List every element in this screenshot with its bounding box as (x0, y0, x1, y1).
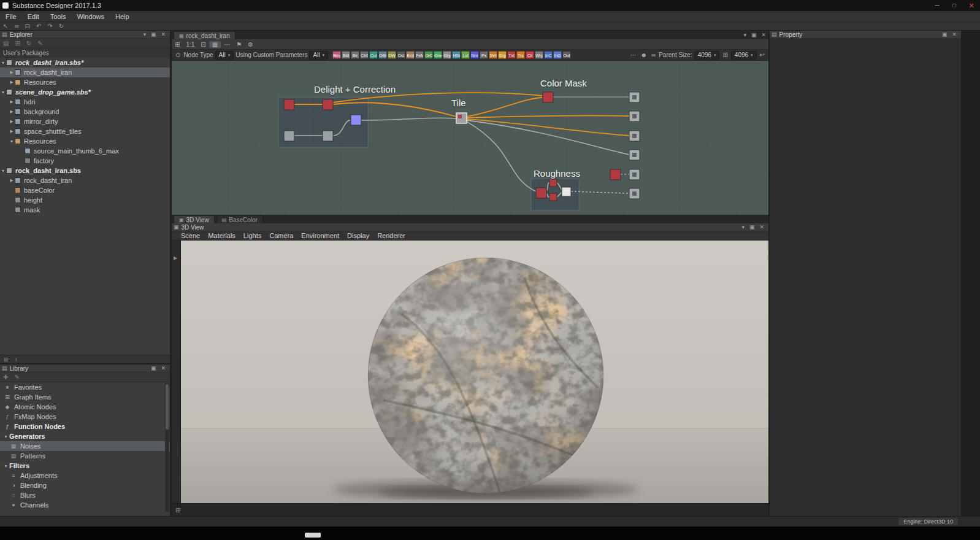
filter-tag-hsl[interactable]: HSL (452, 51, 461, 59)
link-icon[interactable]: ∞ (11, 23, 21, 29)
grid-icon[interactable]: ⊞ (0, 357, 12, 363)
expand-arrow[interactable]: ▼ (0, 61, 6, 65)
menu-file[interactable]: File (0, 13, 22, 20)
close-icon[interactable]: ✕ (757, 224, 767, 230)
filter-tag-clr[interactable]: Clr (526, 51, 534, 59)
redo-icon[interactable]: ↷ (44, 23, 55, 29)
taskbar-item[interactable] (305, 533, 321, 538)
library-item-generators[interactable]: ▼ Generators (0, 431, 170, 441)
node-roughness-a[interactable] (549, 179, 557, 187)
float-icon[interactable]: ▣ (148, 365, 159, 371)
filter-tag-fxm[interactable]: FxM (415, 51, 424, 59)
node-roughness-b[interactable] (549, 193, 557, 201)
node-input-bottom[interactable] (284, 131, 294, 141)
library-item-graph-items[interactable]: ⊞ Graph Items (0, 392, 170, 402)
menu-tools[interactable]: Tools (45, 13, 72, 20)
tree-item-height[interactable]: height (0, 195, 170, 205)
expand-arrow[interactable]: ▼ (0, 169, 6, 173)
filter-tag-px[interactable]: Px (480, 51, 488, 59)
tree-item-basecolor[interactable]: baseColor (0, 185, 170, 195)
menu-environment[interactable]: Environment (301, 232, 339, 239)
reset-size-icon[interactable]: ↩ (759, 52, 766, 58)
tree-item-hdri[interactable]: ▶ hdri (0, 97, 170, 107)
parent-height-select[interactable]: 4096 ▾ (731, 51, 757, 60)
grid-icon[interactable]: ⊞ (172, 41, 183, 48)
tab-3d-view[interactable]: ▣ 3D View (174, 215, 215, 223)
filter-tag-gry[interactable]: Gry (443, 51, 451, 59)
panel-handle-icon[interactable]: ▶ (174, 255, 177, 261)
tree-item-resources-1[interactable]: ▶ Resources (0, 77, 170, 87)
node-input-top[interactable] (284, 99, 294, 110)
menu-lights[interactable]: Lights (243, 232, 261, 239)
edit-icon[interactable]: ✎ (11, 374, 22, 380)
open-icon[interactable]: ⊞ (12, 40, 23, 47)
close-icon[interactable]: ✕ (158, 365, 168, 371)
users-icon[interactable]: ☻ (640, 52, 649, 58)
filter-tag-inc[interactable]: InC (544, 51, 553, 59)
float-icon[interactable]: ▣ (747, 224, 757, 230)
tree-item-rock-dasht-iran-sbs[interactable]: ▼ rock_dasht_iran.sbs (0, 166, 170, 176)
add-icon[interactable]: ✚ (0, 374, 11, 380)
node-color-mask[interactable] (543, 92, 553, 102)
filter-tag-shp[interactable]: Shp (498, 51, 507, 59)
float-icon[interactable]: ▣ (940, 31, 950, 37)
refresh-icon[interactable]: ↻ (56, 23, 67, 29)
tree-item-background[interactable]: ▶ background (0, 107, 170, 117)
filter-tag-trs[interactable]: Trs (516, 51, 525, 59)
lock-ratio-icon[interactable]: ⊞ (721, 52, 729, 58)
library-item-fxmap-nodes[interactable]: ƒ FxMap Nodes (0, 412, 170, 422)
link-icon[interactable]: ∞ (650, 52, 657, 58)
tab-basecolor[interactable]: ▤ BaseColor (216, 215, 263, 223)
custom-params-select[interactable]: All ▾ (309, 51, 328, 60)
filter-tag-blr[interactable]: Blr (351, 51, 359, 59)
grid-icon[interactable]: ⊞ (172, 507, 184, 514)
dots-icon[interactable]: ⋯ (221, 41, 233, 48)
snap-icon[interactable]: ▦ (209, 41, 221, 48)
filter-tag-svg[interactable]: SVG (489, 51, 497, 59)
filter-tag-gra[interactable]: Gra (434, 51, 442, 59)
expand-arrow[interactable]: ▶ (9, 178, 15, 183)
filter-tag-ing[interactable]: InG (553, 51, 562, 59)
panel-menu-icon[interactable]: ▾ (739, 224, 747, 230)
panel-menu-icon[interactable]: ▾ (741, 32, 749, 38)
library-item-channels[interactable]: ● Channels (0, 500, 170, 510)
expand-arrow[interactable]: ▶ (9, 119, 15, 124)
library-item-favorites[interactable]: ★ Favorites (0, 382, 170, 392)
close-icon[interactable]: ✕ (759, 32, 768, 38)
edit-icon[interactable]: ✎ (34, 40, 45, 47)
tree-item-mask[interactable]: mask (0, 205, 170, 215)
viewport-3d-canvas[interactable] (181, 241, 768, 503)
filter-tag-dwr[interactable]: DWr (388, 51, 396, 59)
tree-item-scene-drop-game-sbs[interactable]: ▼ scene_drop_game.sbs* (0, 87, 170, 97)
filter-tag-chs[interactable]: ChS (360, 51, 369, 59)
menu-scene[interactable]: Scene (181, 232, 200, 239)
library-item-noises[interactable]: ▦ Noises (0, 441, 170, 451)
expand-arrow[interactable]: ▼ (9, 139, 15, 144)
fit-icon[interactable]: ⊡ (197, 41, 209, 48)
library-item-blending[interactable]: ◑ Blending (0, 480, 170, 490)
scrollbar-thumb[interactable] (166, 384, 169, 430)
maximize-button[interactable]: □ (946, 2, 963, 10)
filter-tag-lvl[interactable]: Lvl (461, 51, 470, 59)
filter-tag-dst[interactable]: Dst (397, 51, 405, 59)
save-icon[interactable]: ⊟ (22, 23, 33, 29)
filter-tag-txt[interactable]: Txt (507, 51, 516, 59)
library-item-function-nodes[interactable]: ƒ Function Nodes (0, 422, 170, 431)
undo-icon[interactable]: ↶ (33, 23, 44, 29)
tab-rock-dasht-iran[interactable]: ▦ rock_dasht_iran (174, 31, 235, 39)
comment-icon[interactable]: ⋯ (629, 52, 638, 58)
menu-renderer[interactable]: Renderer (377, 232, 405, 239)
zoom-actual-button[interactable]: 1:1 (183, 41, 197, 48)
node-metallic[interactable] (610, 169, 621, 180)
float-icon[interactable]: ▣ (148, 31, 159, 37)
float-icon[interactable]: ▣ (749, 32, 759, 38)
tree-item-factory[interactable]: factory (0, 156, 170, 166)
expand-arrow[interactable]: ▶ (9, 99, 15, 104)
menu-display[interactable]: Display (347, 232, 369, 239)
expand-arrow[interactable]: ▶ (9, 109, 15, 114)
node-correction[interactable] (323, 99, 333, 110)
menu-materials[interactable]: Materials (208, 232, 235, 239)
close-button[interactable]: ✕ (963, 2, 980, 10)
node-type-select[interactable]: All ▾ (215, 51, 234, 60)
filter-tag-emb[interactable]: Emb (406, 51, 415, 59)
